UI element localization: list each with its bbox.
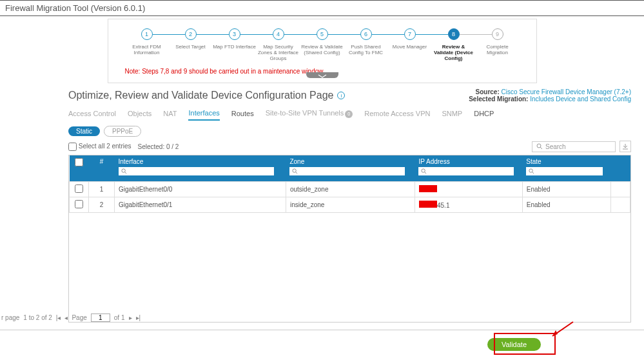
col-state-filter[interactable] xyxy=(526,167,603,175)
svg-line-3 xyxy=(124,172,126,174)
col-zone: Zone xyxy=(286,155,415,181)
step-6[interactable]: 6Push Shared Config To FMC xyxy=(344,28,388,55)
table-row[interactable]: 2 GigabitEthernet0/1 inside_zone 45.1 En… xyxy=(70,197,630,212)
row-checkbox[interactable] xyxy=(75,184,83,193)
validate-button[interactable]: Validate xyxy=(487,338,541,351)
pager-last[interactable]: ▸| xyxy=(136,314,141,321)
tab-remote-vpn: Remote Access VPN xyxy=(364,110,430,120)
svg-point-2 xyxy=(121,169,124,172)
tab-interfaces[interactable]: Interfaces xyxy=(188,109,219,121)
col-number: # xyxy=(89,155,115,181)
migration-meta: Source: Cisco Secure Firewall Device Man… xyxy=(469,88,631,103)
col-zone-filter[interactable] xyxy=(289,167,405,175)
svg-line-1 xyxy=(540,147,542,149)
search-icon xyxy=(536,143,543,150)
search-input[interactable]: Search xyxy=(532,141,616,152)
svg-line-5 xyxy=(296,172,298,174)
pager-prev[interactable]: ◂ xyxy=(64,314,68,321)
tab-nat: NAT xyxy=(163,110,177,120)
info-icon[interactable]: i xyxy=(337,92,345,99)
page-number-input[interactable] xyxy=(91,313,110,322)
interfaces-table: # Interface Zone IP Address State 1 Giga… xyxy=(68,155,631,323)
redacted-ip xyxy=(419,201,437,208)
tab-access-control: Access Control xyxy=(68,110,116,120)
subtab-static[interactable]: Static xyxy=(68,126,100,136)
tab-objects: Objects xyxy=(128,110,151,120)
svg-point-4 xyxy=(293,169,296,172)
app-title: Firewall Migration Tool (Version 6.0.1) xyxy=(0,0,644,16)
col-select-all[interactable] xyxy=(70,155,89,181)
tab-routes[interactable]: Routes xyxy=(231,110,254,120)
pager: r page 1 to 2 of 2 |◂ ◂ Page of 1 ▸ ▸| xyxy=(0,313,141,322)
svg-point-6 xyxy=(422,169,425,172)
tab-snmp: SNMP xyxy=(442,110,462,120)
col-ip: IP Address xyxy=(415,155,522,181)
source-link[interactable]: Cisco Secure Firewall Device Manager (7.… xyxy=(502,88,631,95)
page-title: Optimize, Review and Validate Device Con… xyxy=(68,88,345,103)
col-ip-filter[interactable] xyxy=(418,167,513,175)
step-5[interactable]: 5Review & Validate (Shared Config) xyxy=(300,28,344,55)
col-actions xyxy=(611,155,630,181)
step-4[interactable]: 4Map Security Zones & Interface Groups xyxy=(257,28,300,61)
tab-dhcp[interactable]: DHCP xyxy=(474,110,494,120)
collapse-handle[interactable] xyxy=(306,72,338,78)
step-9: 9Complete Migration xyxy=(476,28,520,55)
step-7[interactable]: 7Move Manager xyxy=(388,28,432,50)
step-2[interactable]: 2Select Target xyxy=(169,28,213,50)
svg-point-8 xyxy=(529,169,532,172)
svg-point-0 xyxy=(537,144,541,148)
row-checkbox[interactable] xyxy=(75,200,83,208)
svg-line-7 xyxy=(425,172,427,174)
col-interface: Interface xyxy=(115,155,286,181)
tab-site-vpn: Site-to-Site VPN Tunnels0 xyxy=(266,109,353,121)
download-icon xyxy=(622,143,629,150)
col-interface-filter[interactable] xyxy=(119,167,274,175)
redacted-ip xyxy=(419,185,437,192)
subtab-pppoe[interactable]: PPPoE xyxy=(104,126,141,137)
page-range: 1 to 2 of 2 xyxy=(23,314,52,321)
download-button[interactable] xyxy=(620,141,631,152)
migration-link[interactable]: Includes Device and Shared Config xyxy=(530,95,631,103)
step-8[interactable]: 8Review & Validate (Device Config) xyxy=(432,28,476,61)
pager-first[interactable]: |◂ xyxy=(56,314,61,321)
col-state: State xyxy=(522,155,610,181)
pager-next[interactable]: ▸ xyxy=(129,314,132,321)
table-row[interactable]: 1 GigabitEthernet0/0 outside_zone Enable… xyxy=(70,181,630,197)
step-1[interactable]: 1Extract FDM Information xyxy=(125,28,169,55)
config-tabs: Access Control Objects NAT Interfaces Ro… xyxy=(0,103,644,121)
selected-count: Selected: 0 / 2 xyxy=(138,143,179,150)
step-3[interactable]: 3Map FTD Interface xyxy=(213,28,257,50)
svg-line-9 xyxy=(532,172,534,174)
select-all-checkbox[interactable]: Select all 2 entries xyxy=(68,143,132,151)
bottom-bar: Validate xyxy=(0,330,644,358)
